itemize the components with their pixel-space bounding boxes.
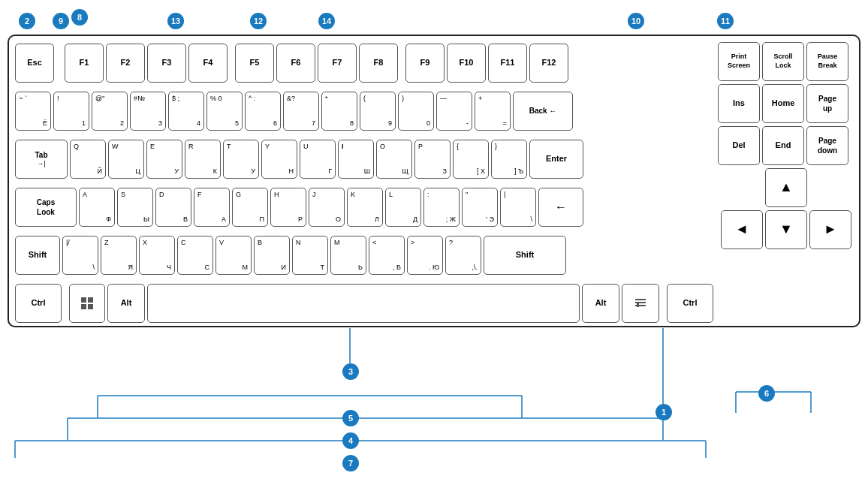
key-2[interactable]: @" 2 [92,92,128,131]
key-a[interactable]: A Ф [79,188,115,227]
key-quote[interactable]: " ' Э [462,188,498,227]
svg-rect-3 [88,304,93,309]
key-q[interactable]: Q Й [70,140,106,179]
key-caps-lock[interactable]: CapsLook [15,188,77,227]
key-v[interactable]: V М [215,236,252,275]
annotation-14: 14 [318,13,335,29]
key-esc[interactable]: Esc [15,44,54,83]
key-6[interactable]: ^ : 6 [245,92,281,131]
annotation-11: 11 [717,13,734,29]
key-e[interactable]: E У [146,140,182,179]
svg-rect-7 [637,303,639,307]
key-insert[interactable]: Ins [718,84,760,123]
key-semicolon[interactable]: : ; Ж [423,188,460,227]
key-shift-left[interactable]: Shift [15,236,60,275]
key-j[interactable]: J О [309,188,345,227]
key-f11[interactable]: F11 [488,44,527,83]
key-menu[interactable] [622,284,659,323]
key-t[interactable]: T У [223,140,259,179]
key-space[interactable] [147,284,580,323]
key-win[interactable] [69,284,105,323]
key-shift-right[interactable]: Shift [484,236,566,275]
annotation-6: 6 [758,385,775,402]
key-period[interactable]: > . Ю [407,236,443,275]
key-0[interactable]: ) 0 [398,92,434,131]
key-arrow-left[interactable]: ◄ [721,210,763,249]
key-3[interactable]: #№ 3 [130,92,166,131]
key-u[interactable]: U Г [300,140,336,179]
key-f8[interactable]: F8 [359,44,398,83]
key-minus[interactable]: — - [436,92,472,131]
key-end[interactable]: End [762,126,804,165]
key-m[interactable]: M Ь [330,236,366,275]
key-k[interactable]: K Л [347,188,383,227]
annotation-12: 12 [250,13,267,29]
key-alt-right[interactable]: Alt [582,284,619,323]
key-p[interactable]: P З [414,140,451,179]
key-rbracket[interactable]: } ] Ъ [491,140,527,179]
key-l[interactable]: L Д [385,188,421,227]
key-d[interactable]: D В [155,188,191,227]
key-lbracket[interactable]: { [ Х [453,140,489,179]
key-5[interactable]: % 0 5 [206,92,243,131]
key-slash[interactable]: ? ,\. [445,236,481,275]
key-f1[interactable]: F1 [65,44,104,83]
key-page-down[interactable]: Pagedown [806,126,848,165]
key-backslash[interactable]: | \ [500,188,536,227]
key-f2[interactable]: F2 [106,44,145,83]
key-ctrl-left[interactable]: Ctrl [15,284,62,323]
key-f10[interactable]: F10 [447,44,486,83]
key-equals[interactable]: + = [475,92,511,131]
key-1[interactable]: ! 1 [53,92,89,131]
key-alt-left[interactable]: Alt [107,284,145,323]
key-tab[interactable]: Tab →| [15,140,68,179]
key-g[interactable]: G П [232,188,268,227]
key-7[interactable]: &? 7 [283,92,319,131]
key-backslash2[interactable]: |/ \ [62,236,98,275]
key-8[interactable]: * 8 [321,92,357,131]
key-r[interactable]: R К [185,140,221,179]
key-backspace[interactable]: Back ← [513,92,573,131]
key-arrow-up[interactable]: ▲ [765,168,807,207]
annotation-2: 2 [19,13,35,29]
key-f6[interactable]: F6 [276,44,315,83]
key-f9[interactable]: F9 [405,44,445,83]
key-f[interactable]: F А [194,188,230,227]
key-ctrl-right[interactable]: Ctrl [667,284,713,323]
key-f3[interactable]: F3 [147,44,186,83]
key-i[interactable]: I Ш [338,140,374,179]
key-f5[interactable]: F5 [235,44,274,83]
key-n[interactable]: N Т [292,236,328,275]
key-c[interactable]: C С [177,236,213,275]
annotation-10: 10 [628,13,644,29]
key-9[interactable]: ( 9 [360,92,396,131]
key-f12[interactable]: F12 [529,44,568,83]
svg-rect-4 [635,299,646,300]
annotation-9: 9 [53,13,69,29]
key-h[interactable]: H Р [270,188,306,227]
annotation-5: 5 [342,410,359,426]
key-enter[interactable]: Enter [529,140,583,179]
key-f7[interactable]: F7 [318,44,357,83]
key-print-screen[interactable]: PrintScreen [718,42,760,81]
key-home[interactable]: Home [762,84,804,123]
key-x[interactable]: X Ч [139,236,175,275]
key-arrow-right[interactable]: ► [809,210,851,249]
key-f4[interactable]: F4 [188,44,228,83]
key-b[interactable]: B И [254,236,290,275]
key-z[interactable]: Z Я [101,236,137,275]
key-delete[interactable]: Del [718,126,760,165]
key-page-up[interactable]: Pageup [806,84,848,123]
key-4[interactable]: $ ; 4 [168,92,204,131]
key-comma[interactable]: < , Б [369,236,405,275]
key-w[interactable]: W Ц [108,140,144,179]
key-arrow-down[interactable]: ▼ [765,210,807,249]
key-pause-break[interactable]: PauseBreak [806,42,848,81]
key-backtick[interactable]: ~ ` Ё [15,92,51,131]
key-y[interactable]: Y Н [261,140,297,179]
key-o[interactable]: O Щ [376,140,412,179]
key-enter-arrow[interactable]: ← [538,188,583,227]
key-scroll-lock[interactable]: ScrollLock [762,42,804,81]
key-s[interactable]: S Ы [117,188,153,227]
svg-rect-0 [81,297,86,303]
